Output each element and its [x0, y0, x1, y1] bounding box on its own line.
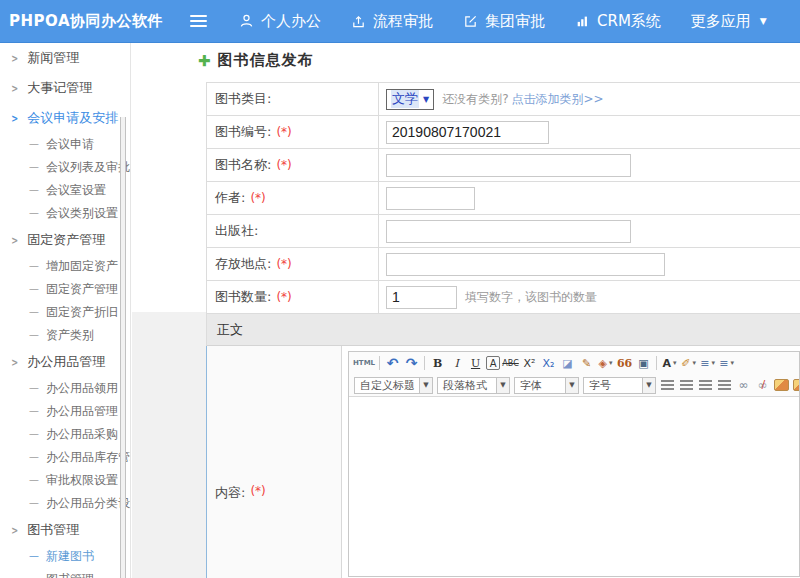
- book-code-input[interactable]: [386, 121, 549, 144]
- sidebar-group-label: 办公用品管理: [27, 353, 105, 371]
- align-center-icon: [680, 380, 693, 391]
- chevron-right-icon: >: [11, 52, 18, 65]
- nav-more-apps[interactable]: 更多应用▼: [691, 12, 767, 31]
- book-form: 图书类目:文学▼还没有类别?点击添加类别>>图书编号:(*)图书名称:(*)作者…: [206, 82, 800, 578]
- superscript-button[interactable]: X²: [521, 354, 538, 372]
- nav-group-approval[interactable]: 集团审批: [463, 12, 545, 31]
- ordered-list-button[interactable]: ≡▾: [699, 354, 716, 372]
- font-size-select[interactable]: 字号▼: [583, 377, 656, 394]
- sidebar-group-0[interactable]: >新闻管理: [0, 43, 130, 73]
- sidebar-scrollbar[interactable]: [120, 117, 126, 578]
- color-palette-button[interactable]: ◈▾: [597, 354, 614, 372]
- sidebar-group-5[interactable]: >图书管理: [0, 515, 130, 545]
- align-center-button[interactable]: [678, 376, 695, 394]
- sidebar-item-label: 资产类别: [46, 327, 94, 344]
- nav-label: 更多应用: [691, 12, 751, 31]
- nav-crm-system[interactable]: CRM系统: [575, 12, 661, 31]
- bold-button[interactable]: B: [429, 354, 446, 372]
- toolbar-separator: [424, 356, 425, 370]
- font-family-select[interactable]: 字体▼: [514, 377, 579, 394]
- field-value-cell: [379, 182, 800, 214]
- sidebar-item-2-3[interactable]: 一会议类别设置: [0, 202, 130, 225]
- sidebar-item-3-3[interactable]: 一资产类别: [0, 324, 130, 347]
- redo-button[interactable]: ↷: [403, 354, 420, 372]
- book-category-select[interactable]: 文学▼: [386, 89, 434, 110]
- insert-image-icon: [774, 379, 789, 391]
- blockquote-button[interactable]: 66: [616, 354, 633, 372]
- paste-word-button[interactable]: ▣: [635, 354, 652, 372]
- paragraph-format-select[interactable]: 段落格式▼: [437, 377, 510, 394]
- sidebar-item-4-3[interactable]: 一办公用品库存管理: [0, 446, 130, 469]
- align-left-icon: [661, 380, 674, 391]
- nav-personal-office[interactable]: 个人办公: [239, 12, 321, 31]
- italic-button[interactable]: I: [448, 354, 465, 372]
- html-source-button[interactable]: HTML: [353, 354, 375, 372]
- sidebar-item-2-2[interactable]: 一会议室设置: [0, 179, 130, 202]
- sidebar-item-label: 审批权限设置: [46, 472, 118, 489]
- font-color-button[interactable]: A▾: [661, 354, 678, 372]
- sidebar-item-5-1[interactable]: 一图书管理: [0, 568, 130, 578]
- sidebar-item-4-0[interactable]: 一办公用品领用: [0, 377, 130, 400]
- caret-down-icon: ▾: [692, 359, 696, 367]
- custom-title-select[interactable]: 自定义标题▼: [354, 377, 433, 394]
- sidebar-item-3-1[interactable]: 一固定资产管理: [0, 278, 130, 301]
- storage-place-input[interactable]: [386, 253, 665, 276]
- dash-icon: 一: [29, 306, 39, 320]
- field-value-cell: [379, 116, 800, 148]
- dash-icon: 一: [29, 283, 39, 297]
- sidebar-group-label: 新闻管理: [27, 49, 79, 67]
- sidebar-group-1[interactable]: >大事记管理: [0, 73, 130, 103]
- align-right-button[interactable]: [697, 376, 714, 394]
- editor-content-area[interactable]: [349, 397, 799, 576]
- nav-process-approval[interactable]: 流程审批: [351, 12, 433, 31]
- underline-button[interactable]: U: [467, 354, 484, 372]
- add-category-link[interactable]: 点击添加类别>>: [512, 91, 604, 108]
- field-label-cell: 作者:(*): [207, 182, 379, 214]
- sidebar-group-2[interactable]: >会议申请及安排: [0, 103, 130, 133]
- sidebar-item-2-0[interactable]: 一会议申请: [0, 133, 130, 156]
- sidebar-item-4-1[interactable]: 一办公用品管理: [0, 400, 130, 423]
- book-quantity-input[interactable]: [386, 286, 457, 309]
- dash-icon: 一: [29, 451, 39, 465]
- undo-button[interactable]: ↶: [384, 354, 401, 372]
- field-label: 作者:: [215, 189, 245, 207]
- sidebar-item-4-2[interactable]: 一办公用品采购: [0, 423, 130, 446]
- eraser-button[interactable]: ◪: [559, 354, 576, 372]
- dash-icon: 一: [29, 207, 39, 221]
- format-painter-button[interactable]: ✎: [578, 354, 595, 372]
- insert-image-plus-button[interactable]: +: [792, 376, 799, 394]
- unordered-list-button[interactable]: ≡▾: [718, 354, 735, 372]
- field-label: 图书编号:: [215, 123, 271, 141]
- sidebar-group-4[interactable]: >办公用品管理: [0, 347, 130, 377]
- insert-image-button[interactable]: [773, 376, 790, 394]
- sidebar-item-label: 办公用品分类设置: [46, 495, 131, 512]
- sidebar-item-3-2[interactable]: 一固定资产折旧: [0, 301, 130, 324]
- page-title: 图书信息发布: [218, 51, 314, 70]
- sidebar-item-5-0[interactable]: 一新建图书: [0, 545, 130, 568]
- sidebar-item-2-1[interactable]: 一会议列表及审批: [0, 156, 130, 179]
- sidebar-item-4-5[interactable]: 一办公用品分类设置: [0, 492, 130, 515]
- field-value-cell: [379, 215, 800, 247]
- chevron-right-icon: >: [11, 234, 18, 247]
- form-row-storage-place: 存放地点:(*): [207, 248, 800, 281]
- field-value-cell: 填写数字，该图书的数量: [379, 281, 800, 313]
- highlight-pen-button[interactable]: ✐▾: [680, 354, 697, 372]
- book-title-input[interactable]: [386, 154, 631, 177]
- font-frame-button[interactable]: A: [486, 356, 500, 370]
- unlink-button[interactable]: ∞/: [754, 376, 771, 394]
- publisher-input[interactable]: [386, 220, 631, 243]
- sidebar-group-3[interactable]: >固定资产管理: [0, 225, 130, 255]
- link-button[interactable]: ∞: [735, 376, 752, 394]
- field-label: 图书数量:: [215, 288, 271, 306]
- caret-down-icon: ▼: [642, 378, 655, 393]
- align-justify-button[interactable]: [716, 376, 733, 394]
- form-row-publisher: 出版社:: [207, 215, 800, 248]
- sidebar-item-4-4[interactable]: 一审批权限设置: [0, 469, 130, 492]
- field-label-cell: 图书数量:(*): [207, 281, 379, 313]
- align-left-button[interactable]: [659, 376, 676, 394]
- author-input[interactable]: [386, 187, 475, 210]
- hamburger-menu-icon[interactable]: [190, 15, 207, 27]
- subscript-button[interactable]: X₂: [540, 354, 557, 372]
- strikethrough-button[interactable]: ABC: [502, 354, 519, 372]
- sidebar-item-3-0[interactable]: 一增加固定资产: [0, 255, 130, 278]
